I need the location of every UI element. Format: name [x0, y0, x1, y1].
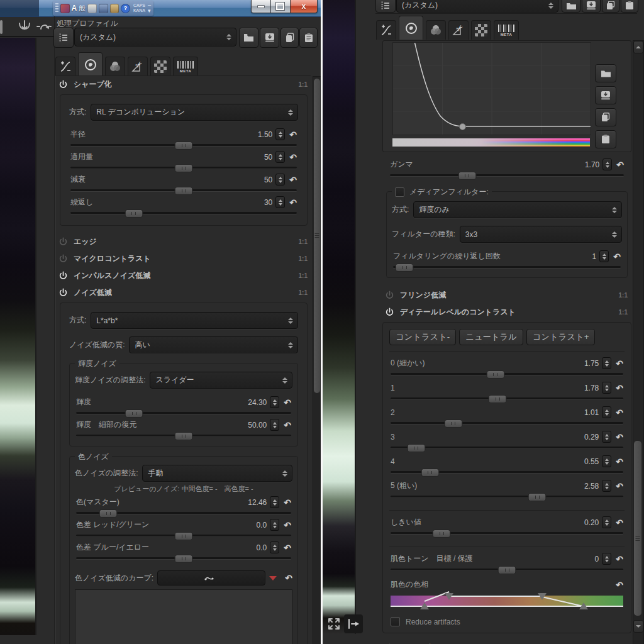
power-icon[interactable] [58, 237, 68, 247]
copy-profile-button[interactable] [602, 0, 619, 13]
reset-icon[interactable]: ↶ [289, 130, 297, 139]
contrast-minus-button[interactable]: コントラスト- [389, 329, 456, 345]
sharpen-header[interactable]: シャープ化 1:1 [56, 76, 311, 93]
slider-track[interactable] [76, 435, 291, 436]
restore-button[interactable] [271, 0, 290, 13]
median-method-dropdown[interactable]: 輝度のみ [413, 201, 622, 218]
contrast-plus-button[interactable]: コントラスト+ [526, 329, 596, 345]
spinner[interactable] [275, 128, 285, 140]
curve-type-button[interactable] [157, 570, 265, 586]
spinner[interactable] [270, 419, 279, 431]
slider-track[interactable] [70, 189, 297, 191]
slider-track[interactable] [76, 535, 291, 536]
save-profile-button[interactable] [582, 0, 601, 13]
chroma-method-dropdown[interactable]: 手動 [142, 465, 292, 482]
reset-icon[interactable]: ↶ [285, 574, 292, 582]
median-checkbox[interactable] [395, 187, 404, 197]
spinner[interactable] [602, 480, 611, 492]
slider-thumb[interactable] [125, 209, 143, 218]
paste-profile-button[interactable] [299, 28, 318, 48]
curve-menu-arrow-icon[interactable] [269, 576, 277, 580]
right-scrollbar[interactable] [633, 40, 644, 644]
right-scrollbar-thumb[interactable] [634, 441, 641, 616]
tab-metadata[interactable]: META [494, 20, 519, 40]
ime-input-mode[interactable]: A [72, 4, 77, 13]
hue-handle-bottom-right[interactable] [579, 602, 588, 609]
ime-grip-icon[interactable] [55, 3, 58, 13]
detail-contrast-header[interactable]: ディテールレベルのコントラスト 1:1 [382, 304, 631, 321]
slider-track[interactable] [70, 167, 297, 169]
close-button[interactable]: x [290, 0, 318, 13]
profile-select[interactable]: (カスタム) [74, 28, 236, 47]
slider-track[interactable] [391, 471, 623, 473]
spinner[interactable] [270, 519, 279, 531]
slider-track[interactable] [391, 373, 623, 375]
slider-thumb[interactable] [486, 370, 504, 379]
spinner[interactable] [270, 496, 279, 508]
slider-thumb[interactable] [175, 142, 193, 150]
slider-thumb[interactable] [175, 164, 193, 172]
power-icon[interactable] [385, 291, 394, 300]
chroma-curve-editor[interactable] [75, 589, 292, 644]
reset-icon[interactable]: ↶ [284, 498, 291, 507]
slider-thumb[interactable] [175, 555, 193, 563]
slider-thumb[interactable] [175, 432, 193, 440]
copy-curve-button[interactable] [595, 108, 616, 126]
reset-icon[interactable]: ↶ [289, 153, 297, 162]
reset-icon[interactable]: ↶ [284, 398, 291, 407]
toolbar-partial-icon[interactable] [0, 20, 3, 34]
tab-exposure[interactable] [376, 20, 396, 40]
luminance-method-dropdown[interactable]: スライダー [150, 372, 292, 389]
spinner[interactable] [270, 396, 279, 408]
pick-tool-icon[interactable] [16, 18, 33, 35]
slider-thumb[interactable] [458, 172, 476, 180]
tab-raw[interactable] [471, 20, 491, 40]
slider-track[interactable] [76, 557, 291, 559]
reset-icon[interactable]: ↶ [284, 421, 291, 430]
slider-track[interactable] [391, 447, 623, 448]
slider-thumb[interactable] [396, 264, 414, 272]
minimize-button[interactable] [251, 0, 271, 13]
scroll-down-button[interactable] [633, 620, 643, 633]
sharpen-method-dropdown[interactable]: RL デコンボリューション [91, 104, 298, 121]
noise-method-dropdown[interactable]: L*a*b* [91, 312, 298, 329]
slider-track[interactable] [70, 144, 297, 146]
reset-icon[interactable]: ↶ [284, 543, 291, 552]
noise-quality-dropdown[interactable]: 高い [129, 336, 298, 353]
slider-track[interactable] [391, 496, 623, 497]
reset-icon[interactable]: ↶ [289, 175, 297, 184]
ime-dictionary-icon[interactable] [87, 4, 97, 13]
noise-header[interactable]: ノイズ低減 1:1 [56, 284, 311, 301]
copy-profile-button[interactable] [280, 28, 299, 48]
slider-thumb[interactable] [125, 409, 143, 418]
slider-thumb[interactable] [498, 566, 516, 574]
slider-thumb[interactable] [444, 419, 462, 428]
spinner[interactable] [602, 553, 611, 565]
wavelet-header[interactable]: ウェーブレットのレベル 1:1 [382, 640, 631, 644]
reduce-artifacts-checkbox[interactable] [391, 617, 400, 626]
slider-thumb[interactable] [407, 444, 425, 452]
slider-thumb[interactable] [528, 493, 547, 501]
spinner[interactable] [599, 250, 609, 262]
ime-caps-indicator[interactable]: CAPS [133, 3, 145, 8]
tab-color[interactable] [105, 57, 125, 76]
ime-pad-icon[interactable] [99, 4, 108, 13]
tab-exposure[interactable] [55, 57, 75, 76]
reset-icon[interactable]: ↶ [616, 518, 623, 527]
slider-thumb[interactable] [175, 532, 193, 540]
reset-icon[interactable]: ↶ [613, 252, 621, 261]
spinner[interactable] [275, 174, 285, 186]
reset-icon[interactable]: ↶ [616, 457, 623, 466]
left-scrollbar-thumb[interactable] [314, 79, 320, 393]
fringe-header[interactable]: フリンジ低減 1:1 [382, 287, 631, 304]
tab-detail[interactable] [78, 52, 103, 76]
ime-tools-icon[interactable] [110, 4, 119, 13]
slider-track[interactable] [391, 397, 623, 399]
spinner[interactable] [275, 151, 285, 163]
slider-thumb[interactable] [99, 509, 118, 518]
slider-track[interactable] [390, 174, 624, 176]
spinner[interactable] [602, 406, 611, 418]
profile-dropdown[interactable]: (カスタム) [74, 28, 236, 47]
slider-thumb[interactable] [489, 395, 507, 403]
ime-help-icon[interactable]: ? [121, 4, 130, 13]
